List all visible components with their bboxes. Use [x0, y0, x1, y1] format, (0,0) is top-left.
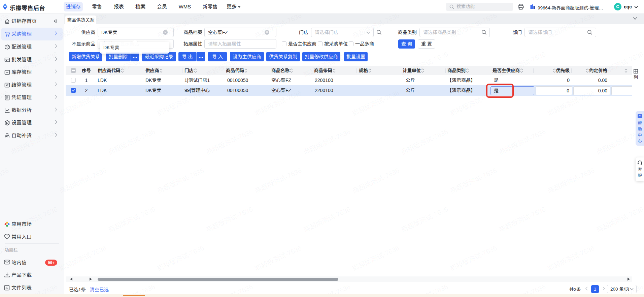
svg-text:?: ? — [639, 115, 641, 118]
